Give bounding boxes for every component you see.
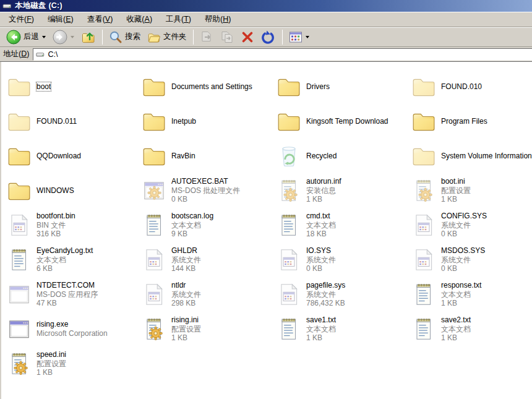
up-button[interactable]	[78, 28, 99, 46]
file-size: 1 KB	[441, 299, 481, 308]
file-size: 1 KB	[171, 333, 201, 343]
back-button[interactable]: 后退	[3, 28, 49, 46]
file-size: 47 KB	[36, 299, 98, 308]
search-label: 搜索	[125, 32, 140, 42]
forward-button	[49, 28, 77, 46]
file-item[interactable]: response.txt 文本文档 1 KB	[410, 277, 532, 312]
file-item[interactable]: System Volume Information	[410, 139, 532, 173]
file-type: 文本文档	[441, 325, 471, 334]
file-item[interactable]: FOUND.010	[410, 69, 532, 104]
forward-icon	[53, 30, 67, 45]
file-item[interactable]: NTDETECT.COM MS-DOS 应用程序 47 KB	[5, 277, 137, 312]
folder-icon	[276, 74, 302, 100]
menu-help[interactable]: 帮助(H)	[198, 12, 238, 27]
file-name: Drivers	[306, 82, 330, 92]
notepad-icon	[276, 212, 302, 238]
file-item[interactable]: Program Files	[410, 104, 532, 139]
undo-icon	[261, 30, 276, 45]
file-name: QQDownload	[36, 152, 81, 161]
file-type: 系统文件	[441, 255, 485, 265]
file-type: 系统文件	[171, 290, 201, 299]
folders-label: 文件夹	[163, 32, 187, 42]
file-item[interactable]: Drivers	[275, 69, 407, 104]
file-item[interactable]: QQDownload	[5, 139, 137, 173]
notepad-icon	[411, 281, 437, 307]
back-label: 后退	[24, 32, 39, 42]
file-name: save1.txt	[306, 315, 336, 325]
file-item[interactable]: Inetpub	[140, 104, 272, 139]
notepad-gear-icon	[141, 316, 167, 342]
file-name: WINDOWS	[36, 186, 74, 195]
views-dropdown-caret[interactable]	[306, 36, 309, 38]
file-type: MS-DOS 应用程序	[36, 290, 98, 299]
file-item[interactable]: AUTOEXEC.BAT MS-DOS 批处理文件 0 KB	[140, 173, 272, 208]
back-dropdown-caret[interactable]	[42, 36, 46, 38]
folders-button[interactable]: 文件夹	[144, 28, 190, 46]
file-size: 0 KB	[306, 264, 336, 273]
file-item[interactable]: ntldr 系统文件 298 KB	[140, 277, 272, 312]
menu-file[interactable]: 文件(F)	[2, 12, 41, 27]
sysfile-icon	[276, 281, 302, 307]
menu-edit[interactable]: 编辑(E)	[41, 12, 80, 27]
sysfile-icon	[141, 247, 167, 273]
copy-to-button	[217, 28, 237, 46]
notepad-icon	[411, 316, 437, 342]
drive-icon-small	[36, 50, 45, 59]
file-item[interactable]: rising.exe Microsoft Corporation	[5, 312, 137, 346]
file-type: 文本文档	[36, 255, 93, 265]
file-size: 1 KB	[441, 195, 471, 204]
file-item[interactable]: MSDOS.SYS 系统文件 0 KB	[410, 242, 532, 277]
folder-icon	[6, 108, 32, 134]
file-item[interactable]: EyeCandyLog.txt 文本文档 6 KB	[5, 242, 137, 277]
file-size: 1 KB	[441, 333, 471, 343]
file-name: cmd.txt	[306, 212, 330, 221]
file-size: 786,432 KB	[306, 299, 345, 308]
file-item[interactable]: autorun.inf 安装信息 1 KB	[275, 173, 407, 208]
search-button[interactable]: 搜索	[106, 28, 144, 46]
address-input[interactable]: C:\	[33, 48, 532, 61]
file-item[interactable]: IO.SYS 系统文件 0 KB	[275, 242, 407, 277]
sysfile-icon	[411, 212, 437, 238]
folder-icon	[411, 108, 437, 134]
file-item[interactable]: boot	[5, 69, 137, 104]
menu-tools[interactable]: 工具(T)	[159, 12, 198, 27]
folder-icon	[276, 108, 302, 134]
file-item[interactable]: boot.ini 配置设置 1 KB	[410, 173, 532, 208]
file-item[interactable]: rising.ini 配置设置 1 KB	[140, 312, 272, 346]
file-name: ntldr	[171, 281, 186, 290]
file-item[interactable]: CONFIG.SYS 系统文件 0 KB	[410, 208, 532, 242]
file-type: 文本文档	[441, 290, 481, 299]
recycle-icon	[276, 143, 302, 169]
file-item[interactable]: FOUND.011	[5, 104, 137, 139]
notepad-gear-icon	[6, 351, 32, 377]
delete-x-icon	[241, 30, 254, 44]
file-item[interactable]: Documents and Settings	[140, 69, 272, 104]
file-item[interactable]: GHLDR 系统文件 144 KB	[140, 242, 272, 277]
file-type: 文本文档	[306, 325, 336, 334]
folder-icon	[6, 143, 32, 169]
file-size: 298 KB	[171, 299, 201, 308]
file-size: 1 KB	[36, 368, 66, 377]
file-item[interactable]: pagefile.sys 系统文件 786,432 KB	[275, 277, 407, 312]
file-name: rising.exe	[36, 320, 68, 329]
file-item[interactable]: speed.ini 配置设置 1 KB	[5, 346, 137, 381]
file-item[interactable]: Kingsoft Temp Download	[275, 104, 407, 139]
undo-button[interactable]	[258, 28, 279, 46]
file-item[interactable]: bootfont.bin BIN 文件 316 KB	[5, 208, 137, 242]
file-name: Recycled	[306, 152, 337, 161]
menu-view[interactable]: 查看(V)	[80, 12, 120, 27]
delete-button[interactable]	[238, 28, 257, 46]
file-item[interactable]: save1.txt 文本文档 1 KB	[275, 312, 407, 346]
file-type: 系统文件	[306, 255, 336, 265]
file-type: 系统文件	[171, 255, 201, 265]
file-item[interactable]: RavBin	[140, 139, 272, 173]
file-name: EyeCandyLog.txt	[36, 246, 93, 255]
file-item[interactable]: bootscan.log 文本文档 9 KB	[140, 208, 272, 242]
folders-icon	[147, 30, 161, 44]
file-item[interactable]: WINDOWS	[5, 173, 137, 208]
menu-favorites[interactable]: 收藏(A)	[119, 12, 159, 27]
file-item[interactable]: Recycled	[275, 139, 407, 173]
file-item[interactable]: save2.txt 文本文档 1 KB	[410, 312, 532, 346]
file-item[interactable]: cmd.txt 文本文档 18 KB	[275, 208, 407, 242]
views-button[interactable]	[286, 29, 312, 45]
